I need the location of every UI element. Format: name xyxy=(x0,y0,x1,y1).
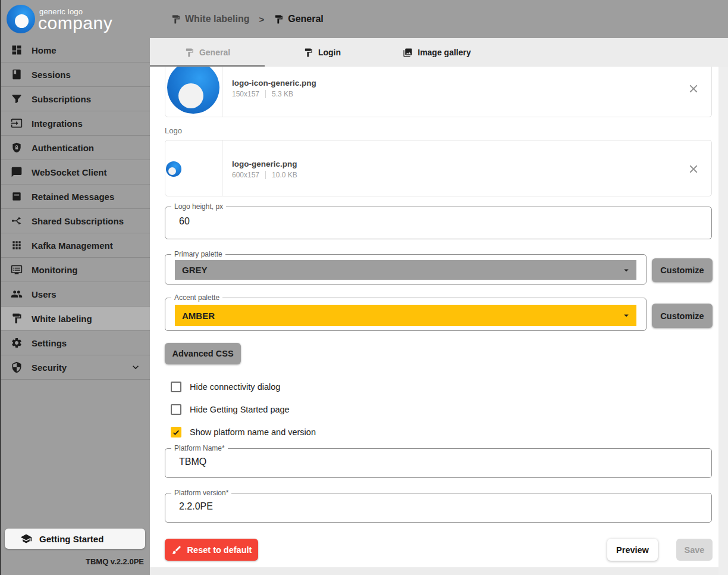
breadcrumb-white-labeling[interactable]: White labeling xyxy=(171,14,249,24)
tab-label: Login xyxy=(318,48,341,57)
button-label: Customize xyxy=(660,311,704,321)
sidebar-item-kafka-management[interactable]: Kafka Management xyxy=(0,233,150,258)
getting-started-label: Getting Started xyxy=(39,534,103,544)
shield-icon xyxy=(11,361,23,373)
sidebar-item-label: Shared Subscriptions xyxy=(32,216,124,226)
tab-login[interactable]: Login xyxy=(265,38,379,67)
field-label: Logo height, px xyxy=(171,202,226,211)
customize-primary-button[interactable]: Customize xyxy=(652,258,713,282)
sidebar-item-label: Authentication xyxy=(32,143,94,153)
button-label: Save xyxy=(685,545,705,555)
file-size: 10.0 KB xyxy=(272,171,297,179)
checkbox-label: Show platform name and version xyxy=(190,427,316,437)
sidebar-item-label: Users xyxy=(32,289,57,299)
close-icon xyxy=(687,82,700,95)
checkbox-hide-getting-started[interactable]: Hide Getting Started page xyxy=(171,404,290,415)
brush-icon xyxy=(171,545,182,555)
app-window: generic logo company White labeling > Ge… xyxy=(0,0,728,575)
sidebar-item-label: Retained Messages xyxy=(32,192,114,202)
sidebar-item-websocket-client[interactable]: WebSocket Client xyxy=(0,160,150,185)
getting-started-button[interactable]: Getting Started xyxy=(5,529,145,549)
tab-general[interactable]: General xyxy=(150,38,265,67)
tab-label: Image gallery xyxy=(418,48,471,57)
logo-image xyxy=(166,161,181,177)
field-value: 60 xyxy=(179,216,190,227)
logo-circle-icon xyxy=(7,5,35,33)
split-arrows-icon xyxy=(11,215,23,227)
field-value: 2.2.0PE xyxy=(179,501,213,512)
sidebar-item-label: Settings xyxy=(32,338,67,348)
logo-icon-image xyxy=(167,67,219,114)
chat-bubble-icon xyxy=(11,166,23,178)
paint-roller-icon xyxy=(11,312,23,324)
checkbox-icon xyxy=(171,382,181,392)
sidebar-item-integrations[interactable]: Integrations xyxy=(0,111,150,136)
sidebar-item-settings[interactable]: Settings xyxy=(0,331,150,355)
platform-version-input[interactable]: Platform version* 2.2.0PE xyxy=(165,493,712,523)
preview-button[interactable]: Preview xyxy=(607,539,658,561)
sidebar-item-label: Security xyxy=(32,362,67,373)
close-icon xyxy=(687,162,700,176)
primary-palette-field: Primary palette GREY xyxy=(165,254,647,285)
dropdown-arrow-icon xyxy=(621,265,632,276)
sidebar-item-home[interactable]: Home xyxy=(0,38,150,62)
monitor-icon xyxy=(11,264,23,276)
checkbox-label: Hide Getting Started page xyxy=(190,405,290,414)
sidebar-item-label: Monitoring xyxy=(32,265,77,275)
vertical-scrollbar[interactable] xyxy=(718,67,728,575)
sidebar-item-label: WebSocket Client xyxy=(32,167,106,177)
sidebar-item-label: Sessions xyxy=(32,70,71,80)
button-label: Reset to default xyxy=(187,545,252,555)
sidebar-item-shared-subscriptions[interactable]: Shared Subscriptions xyxy=(0,209,150,233)
platform-version-text: TBMQ v.2.2.0PE xyxy=(86,557,144,566)
checkbox-show-platform-name[interactable]: Show platform name and version xyxy=(171,427,316,438)
tab-strip: General Login Image gallery xyxy=(150,38,728,67)
checkbox-label: Hide connectivity dialog xyxy=(190,382,280,392)
logo-icon-thumbnail xyxy=(165,67,223,117)
breadcrumb: White labeling > General xyxy=(171,0,324,38)
main-area: General Login Image gallery logo-icon-ge… xyxy=(150,38,728,575)
reset-to-default-button[interactable]: Reset to default xyxy=(165,539,258,561)
logo-thumbnail xyxy=(165,140,223,196)
checkbox-hide-connectivity-dialog[interactable]: Hide connectivity dialog xyxy=(171,382,280,392)
remove-logo-button[interactable] xyxy=(686,162,701,176)
sidebar-item-authentication[interactable]: Authentication xyxy=(0,136,150,160)
button-label: Preview xyxy=(616,545,649,555)
sidebar-item-sessions[interactable]: Sessions xyxy=(0,62,150,87)
customize-accent-button[interactable]: Customize xyxy=(652,304,713,328)
sidebar-item-security[interactable]: Security xyxy=(0,355,150,380)
meta-divider xyxy=(265,171,266,179)
logo-inner-dot xyxy=(15,14,29,28)
people-icon xyxy=(11,288,23,300)
sidebar-item-label: Kafka Management xyxy=(32,240,113,251)
logo-text-large: company xyxy=(38,13,112,33)
form-content: logo-icon-generic.png 150x157 5.3 KB Log… xyxy=(150,67,718,567)
photo-library-icon xyxy=(403,48,413,58)
sidebar-item-label: Subscriptions xyxy=(32,94,91,104)
remove-logo-icon-button[interactable] xyxy=(686,82,701,96)
button-label: Customize xyxy=(660,265,704,275)
button-label: Advanced CSS xyxy=(172,349,233,358)
accent-palette-select[interactable]: AMBER xyxy=(175,305,636,326)
platform-name-input[interactable]: Platform Name* TBMQ xyxy=(165,448,712,478)
sidebar-item-label: Home xyxy=(32,45,57,55)
meta-divider xyxy=(265,90,266,98)
company-logo[interactable]: generic logo company xyxy=(0,0,150,38)
shield-lock-icon xyxy=(11,142,23,154)
logo-file-card: logo-generic.png 600x157 10.0 KB xyxy=(165,140,712,196)
tab-image-gallery[interactable]: Image gallery xyxy=(379,38,494,67)
breadcrumb-current-label: General xyxy=(288,14,324,24)
breadcrumb-parent-label: White labeling xyxy=(185,14,249,24)
input-icon xyxy=(11,117,23,129)
sidebar-item-monitoring[interactable]: Monitoring xyxy=(0,258,150,282)
primary-palette-select[interactable]: GREY xyxy=(175,260,636,280)
sidebar-item-white-labeling[interactable]: White labeling xyxy=(0,307,150,331)
sidebar-item-retained-messages[interactable]: Retained Messages xyxy=(0,185,150,209)
sidebar-item-users[interactable]: Users xyxy=(0,282,150,307)
checkbox-icon xyxy=(171,404,181,415)
archive-box-icon xyxy=(11,190,23,202)
logo-height-input[interactable]: Logo height, px 60 xyxy=(165,207,712,239)
sidebar-item-subscriptions[interactable]: Subscriptions xyxy=(0,87,150,111)
save-button[interactable]: Save xyxy=(676,539,713,561)
advanced-css-button[interactable]: Advanced CSS xyxy=(165,343,241,364)
